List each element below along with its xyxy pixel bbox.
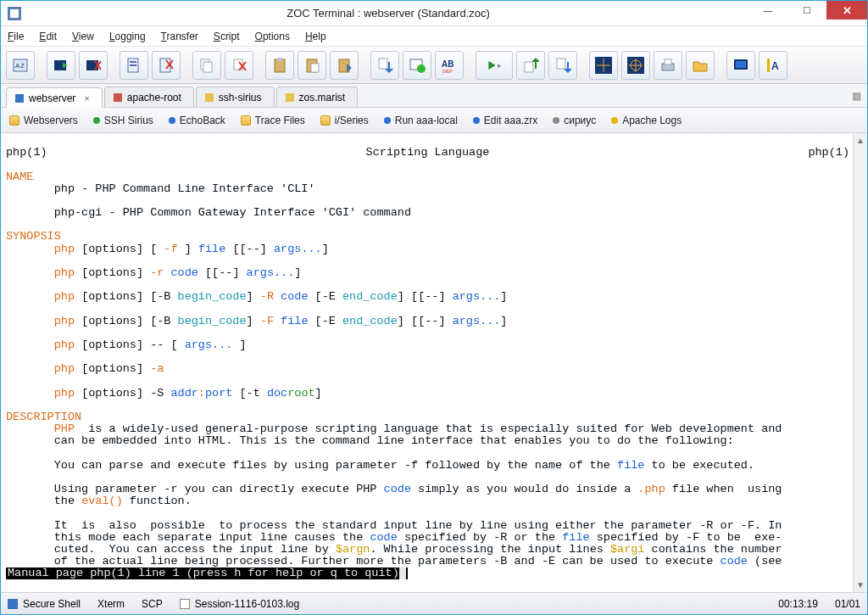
scroll-down-icon[interactable]: ▼ (854, 578, 867, 592)
tb-profile-cancel[interactable] (152, 51, 181, 80)
toolbar: AZ ABDEF A (1, 47, 867, 84)
svg-rect-1 (10, 9, 19, 18)
ql-run-aaa[interactable]: Run aaa-local (384, 115, 458, 126)
svg-rect-24 (311, 64, 319, 72)
menu-logging[interactable]: Logging (109, 31, 146, 42)
folder-icon (241, 115, 251, 126)
tb-upload[interactable] (516, 51, 545, 80)
tb-download2[interactable] (548, 51, 577, 80)
bullet-icon (553, 117, 559, 124)
tb-profile[interactable] (120, 51, 148, 80)
tab-label: zos.marist (299, 92, 346, 103)
text-line: php - PHP Command Line Interface 'CLI' (6, 182, 315, 195)
ql-iseries[interactable]: i/Series (320, 115, 369, 126)
tb-session[interactable] (726, 51, 755, 80)
bullet-icon (93, 117, 100, 124)
tb-connect[interactable] (47, 51, 75, 80)
svg-rect-54 (205, 93, 214, 102)
tb-paste3[interactable] (330, 51, 359, 80)
tab-ssh-sirius[interactable]: ssh-sirius (196, 87, 275, 107)
ql-ssh-sirius[interactable]: SSH Sirius (93, 115, 153, 126)
ql-webservers[interactable]: Webservers (9, 115, 78, 126)
vertical-scrollbar[interactable]: ▲ ▼ (853, 133, 867, 592)
status-protocol[interactable]: SCP (142, 598, 163, 610)
man-header-right: php(1) (808, 147, 849, 159)
tb-disconnect[interactable] (79, 51, 108, 80)
tab-apache-root[interactable]: apache-root (104, 87, 194, 107)
maximize-button[interactable]: ☐ (787, 1, 826, 20)
svg-marker-34 (498, 64, 501, 68)
section-description: DESCRIPTION (6, 411, 81, 423)
svg-rect-21 (275, 59, 285, 72)
ql-edit-aaa[interactable]: Edit aaa.zrx (473, 115, 537, 126)
menu-view[interactable]: View (72, 31, 94, 42)
tab-icon (286, 93, 294, 102)
menu-script[interactable]: Script (214, 31, 240, 42)
ql-echoback[interactable]: EchoBack (169, 115, 225, 126)
svg-rect-17 (203, 62, 212, 72)
section-synopsis: SYNOPSIS (6, 230, 61, 243)
svg-rect-47 (665, 59, 671, 64)
menu-edit[interactable]: Edit (39, 31, 57, 42)
tb-screenlog[interactable] (403, 51, 431, 80)
status-pos: 01/01 (835, 598, 860, 610)
tab-icon (205, 93, 214, 102)
tb-run-script[interactable] (476, 51, 513, 80)
svg-rect-11 (130, 61, 136, 63)
svg-text:DEF: DEF (442, 69, 453, 74)
close-button[interactable]: ✕ (826, 1, 867, 20)
status-time: 00:13:19 (778, 598, 818, 610)
tb-print[interactable] (654, 51, 682, 80)
tb-hostdir[interactable]: AZ (6, 51, 35, 80)
svg-point-30 (417, 64, 426, 73)
tb-copy[interactable] (192, 51, 221, 80)
tb-paste2[interactable] (298, 51, 326, 80)
tab-label: apache-root (127, 92, 181, 103)
tab-zos-marist[interactable]: zos.marist (276, 87, 359, 107)
bullet-icon (169, 117, 175, 124)
tab-label: webserver (29, 92, 75, 104)
tb-target2[interactable] (621, 51, 650, 80)
menu-file[interactable]: File (8, 31, 24, 42)
svg-rect-12 (130, 64, 136, 66)
svg-rect-55 (286, 93, 294, 102)
status-log[interactable]: Session-1116-0103.log (180, 598, 299, 610)
tab-webserver[interactable]: webserver × (6, 87, 103, 108)
bullet-icon (611, 117, 618, 124)
status-emulation[interactable]: Xterm (97, 598, 125, 610)
checkbox-icon[interactable] (180, 599, 190, 609)
tb-target1[interactable] (589, 51, 618, 80)
menu-help[interactable]: Help (305, 31, 326, 42)
title-bar: ZOC Terminal : webserver (Standard.zoc) … (1, 1, 867, 26)
window-title: ZOC Terminal : webserver (Standard.zoc) (28, 7, 748, 20)
tb-open-folder[interactable] (686, 51, 715, 80)
scroll-up-icon[interactable]: ▲ (854, 133, 867, 148)
tb-tools[interactable]: A (759, 51, 787, 80)
quick-launch-bar: Webservers SSH Sirius EchoBack Trace Fil… (1, 108, 867, 133)
ql-sirius-ru[interactable]: сириус (553, 115, 596, 126)
svg-marker-33 (488, 61, 495, 70)
app-icon (8, 7, 21, 20)
tab-overflow-icon[interactable]: ▦ (852, 90, 862, 102)
tab-close-icon[interactable]: × (84, 93, 89, 103)
tb-textdef[interactable]: ABDEF (435, 51, 464, 80)
svg-text:A: A (771, 60, 779, 72)
svg-rect-56 (8, 599, 18, 609)
status-shell[interactable]: Secure Shell (8, 598, 81, 610)
svg-rect-52 (15, 94, 24, 103)
session-tabs: webserver × apache-root ssh-sirius zos.m… (1, 84, 867, 108)
menu-transfer[interactable]: Transfer (161, 31, 198, 42)
section-name: NAME (6, 171, 33, 183)
svg-rect-53 (114, 93, 122, 102)
minimize-button[interactable]: — (748, 1, 787, 20)
folder-icon (320, 115, 331, 126)
bullet-icon (473, 117, 480, 124)
tab-icon (114, 93, 122, 102)
ql-trace-files[interactable]: Trace Files (241, 115, 305, 126)
menu-options[interactable]: Options (255, 31, 290, 42)
tb-download[interactable] (370, 51, 399, 80)
ql-apache-logs[interactable]: Apache Logs (611, 115, 682, 126)
tb-paste[interactable] (265, 51, 294, 80)
tb-cut[interactable] (225, 51, 253, 80)
terminal[interactable]: php(1)Scripting Languagephp(1) NAME php … (1, 133, 853, 592)
